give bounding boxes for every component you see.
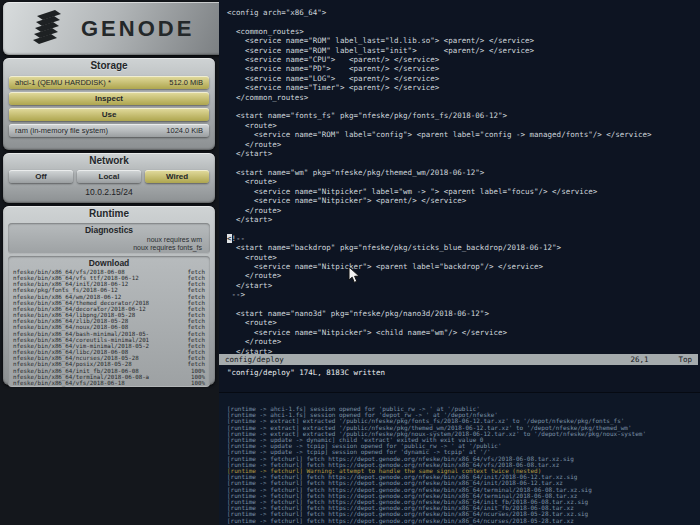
download-name: nfeske/bin/x86_64/vfs/2018-06-18 — [13, 380, 125, 386]
editor-line: </start> — [227, 215, 700, 224]
editor-line: <common_routes> — [227, 27, 700, 36]
statusline-position: 26,1 — [630, 354, 648, 365]
mouse-cursor — [348, 266, 360, 284]
logo-title: GENODE — [81, 16, 194, 42]
editor-line: </route> — [227, 337, 700, 346]
ram-label: ram (in-memory file system) — [15, 126, 108, 135]
editor-line: <service name="Nitpicker"> <parent label… — [227, 262, 700, 271]
network-option-local[interactable]: Local — [77, 170, 141, 183]
editor-line: <service name="ROM" label="config"> <par… — [227, 130, 700, 139]
editor-line: <route> — [227, 318, 700, 327]
storage-device-ahci[interactable]: ahci-1 (QEMU HARDDISK) * 512.0 MiB — [9, 76, 209, 89]
log-line: [runtime -> fetchurl] fetch https://depo… — [227, 518, 700, 524]
editor-line: <service name="LOG"> <parent/> </service… — [227, 74, 700, 83]
vim-statusline: config/deploy 26,1 Top — [219, 354, 698, 365]
editor-line: <config arch="x86_64"> — [227, 8, 700, 17]
download-title: Download — [8, 256, 210, 269]
editor-line: <start name="wm" pkg="nfeske/pkg/themed_… — [227, 168, 700, 177]
editor-line: </common_routes> — [227, 93, 700, 102]
log-panel: [runtime -> ahci-1.fs] session opened fo… — [219, 392, 700, 525]
diagnostic-item: noux requires fonts_fs — [8, 244, 210, 252]
editor-line — [227, 102, 700, 111]
editor-line: <service name="Nitpicker" label="wm -> "… — [227, 187, 700, 196]
editor-line: <service name="CPU"> <parent/> </service… — [227, 55, 700, 64]
statusline-filename: config/deploy — [225, 354, 284, 365]
terminal-area: <config arch="x86_64"> <common_routes> <… — [219, 0, 700, 525]
use-button[interactable]: Use — [9, 108, 209, 121]
statusline-scroll: Top — [678, 354, 692, 365]
editor-line: <service name="Nitpicker"> <parent/> </s… — [227, 196, 700, 205]
diagnostic-item: noux requires wm — [8, 236, 210, 244]
network-panel: Network OffLocalWired 10.0.2.15/24 — [3, 153, 215, 203]
diagnostics-title: Diagnostics — [8, 223, 210, 236]
ram-size: 1024.0 KiB — [166, 126, 203, 135]
diagnostics-subpanel: Diagnostics noux requires wmnoux require… — [8, 223, 210, 254]
storage-panel: Storage ahci-1 (QEMU HARDDISK) * 512.0 M… — [3, 58, 215, 150]
runtime-panel: Runtime Diagnostics noux requires wmnoux… — [3, 206, 215, 385]
editor-cursor: < — [227, 234, 232, 243]
download-subpanel: Download nfeske/bin/x86_64/vfs/2018-06-0… — [8, 256, 210, 387]
editor-line — [227, 224, 700, 233]
editor-line: </route> — [227, 206, 700, 215]
editor-line: </start> — [227, 281, 700, 290]
editor-line: <start name="fonts_fs" pkg="nfeske/pkg/f… — [227, 111, 700, 120]
network-option-wired[interactable]: Wired — [145, 170, 209, 183]
network-ip: 10.0.2.15/24 — [3, 187, 215, 197]
sidebar: GENODE Storage ahci-1 (QEMU HARDDISK) * … — [0, 0, 219, 525]
network-options: OffLocalWired — [9, 170, 209, 183]
runtime-title: Runtime — [3, 206, 215, 221]
device-size: 512.0 MiB — [169, 78, 203, 87]
editor-line: <start name="nano3d" pkg="nfeske/pkg/nan… — [227, 309, 700, 318]
editor-line: <service name="Nitpicker"> <child name="… — [227, 328, 700, 337]
network-title: Network — [3, 153, 215, 168]
logo-panel: GENODE — [3, 2, 239, 55]
genode-logo-icon — [27, 9, 69, 49]
editor-line — [227, 300, 700, 309]
vim-message: "config/deploy" 174L, 8183C written — [227, 368, 385, 378]
device-label: ahci-1 (QEMU HARDDISK) * — [15, 78, 111, 87]
editor-line: <!-- — [227, 234, 700, 243]
editor-line: <route> — [227, 121, 700, 130]
editor-line — [227, 159, 700, 168]
storage-title: Storage — [3, 58, 215, 73]
editor-line: <route> — [227, 177, 700, 186]
editor-line: <route> — [227, 253, 700, 262]
diagnostics-list: noux requires wmnoux requires fonts_fs — [8, 236, 210, 252]
download-row: nfeske/bin/x86_64/vfs/2018-06-18100% — [8, 380, 210, 386]
vim-editor[interactable]: <config arch="x86_64"> <common_routes> <… — [219, 0, 700, 356]
editor-line — [227, 17, 700, 26]
editor-line: <start name="backdrop" pkg="nfeske/pkg/s… — [227, 243, 700, 252]
log-view: [runtime -> ahci-1.fs] session opened fo… — [219, 393, 700, 524]
editor-line: <service name="PD"> <parent/> </service> — [227, 64, 700, 73]
editor-line: <service name="ROM" label_last="ld.lib.s… — [227, 36, 700, 45]
editor-line: --> — [227, 290, 700, 299]
editor-line: </route> — [227, 140, 700, 149]
inspect-button[interactable]: Inspect — [9, 92, 209, 105]
download-status: 100% — [191, 380, 205, 386]
download-list: nfeske/bin/x86_64/vfs/2018-06-08fetchnfe… — [8, 269, 210, 386]
network-option-off[interactable]: Off — [9, 170, 73, 183]
editor-line: </route> — [227, 271, 700, 280]
storage-device-ram[interactable]: ram (in-memory file system) 1024.0 KiB — [9, 124, 209, 137]
editor-line: </start> — [227, 149, 700, 158]
editor-line: <service name="ROM" label_last="init"> <… — [227, 46, 700, 55]
editor-line: <service name="Timer"> <parent/> </servi… — [227, 83, 700, 92]
